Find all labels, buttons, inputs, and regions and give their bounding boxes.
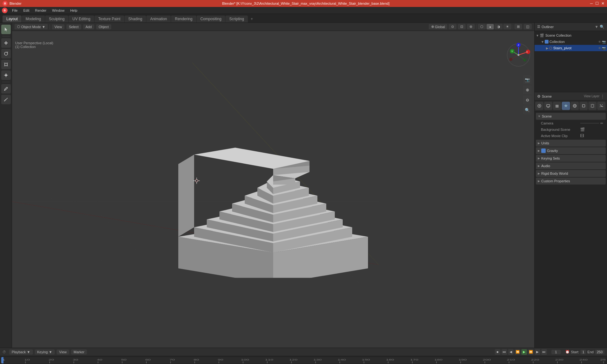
object-visibility[interactable]: 👁 [598,46,601,50]
tool-measure[interactable] [1,95,11,104]
props-tabs [535,100,607,112]
props-tab-modifier[interactable] [588,102,597,110]
maximize-button[interactable]: ☐ [595,1,599,6]
timeline-keying-menu[interactable]: Keying ▼ [35,349,55,355]
viewport-search[interactable]: 🔍 [523,106,532,114]
overlay-toggle[interactable]: ⊞ [514,24,522,29]
tree-stairs-pivot[interactable]: ▶ ⬡ Stairs_pivot 👁 📷 [535,45,607,51]
camera-pick-btn[interactable]: ✏ [600,121,603,125]
tab-sculpting[interactable]: Sculpting [45,15,68,22]
timeline-view-menu[interactable]: View [57,349,69,355]
jump-to-start-button[interactable]: ⏮ [501,349,507,355]
tool-rotate[interactable] [1,49,11,58]
stop-button[interactable]: ■ [495,349,500,355]
tab-rendering[interactable]: Rendering [171,15,196,22]
start-frame-input[interactable]: 1 [580,350,586,354]
collection-visibility[interactable]: 👁 [598,40,601,44]
gravity-section-header[interactable]: ▶ Gravity [536,147,606,154]
tree-scene-collection[interactable]: ▼ 🎬 Scene Collection [535,32,607,39]
minimize-button[interactable]: ─ [590,1,593,6]
menu-window[interactable]: Window [50,8,67,13]
scene-section-header[interactable]: ▼ Scene [536,113,606,120]
current-frame[interactable]: 1 [551,350,561,354]
svg-marker-59 [194,148,310,169]
viewport-canvas[interactable]: User Perspective (Local) (1) Collection [12,31,534,348]
menu-help[interactable]: Help [68,8,80,13]
camera-view-button[interactable]: 📷 [523,75,532,84]
rendered-mode[interactable]: ☀ [503,24,512,29]
viewport-mode-selector[interactable]: ⬡ Object Mode ▼ [15,24,48,29]
keying-sets-section: ▶ Keying Sets [536,155,606,162]
material-preview[interactable]: ◑ [494,24,503,29]
rigid-body-arrow: ▶ [538,172,540,175]
tree-collection[interactable]: ▼ Collection 👁 📷 [535,39,607,45]
next-frame-button[interactable]: ▶ [535,349,540,355]
tab-layout[interactable]: Layout [3,15,21,22]
prev-frame-button[interactable]: ◀ [508,349,514,355]
keying-sets-header[interactable]: ▶ Keying Sets [536,155,606,162]
props-tab-scene[interactable] [562,102,570,110]
background-scene-icon[interactable]: 🎬 [580,127,585,132]
viewport-add-menu[interactable]: Add [83,24,95,29]
timeline-playback-menu[interactable]: Playback ▼ [9,349,33,355]
viewport-zoom-in[interactable]: ⊕ [523,85,532,94]
transform-pivot[interactable]: ⊙ [449,24,457,29]
movie-clip-icon[interactable]: 🎞 [580,134,584,138]
timeline-marker-menu[interactable]: Marker [71,349,87,355]
timeline-ruler[interactable]: 1 10 20 30 40 50 60 70 80 90 1 [1,357,606,363]
wireframe-mode[interactable]: ⬡ [478,24,486,29]
outliner-search-btn[interactable]: 🔍 [600,25,604,29]
props-tab-render[interactable] [535,102,543,110]
tool-annotate[interactable] [1,84,11,94]
tool-transform[interactable] [1,70,11,80]
tool-scale[interactable] [1,60,11,69]
object-render[interactable]: 📷 [602,46,606,50]
snap-toggle[interactable]: ⊡ [458,24,466,29]
global-orientation[interactable]: ⊕ Global [429,24,448,29]
add-workspace-button[interactable]: + [248,15,255,22]
tool-move[interactable] [1,38,11,48]
gravity-checkbox[interactable] [541,149,546,153]
tab-modeling[interactable]: Modeling [22,15,45,22]
props-options[interactable]: ⋮ [601,94,604,99]
tab-shading[interactable]: Shading [125,15,146,22]
audio-section-header[interactable]: ▶ Audio [536,162,606,169]
solid-mode[interactable]: ● [487,24,494,29]
jump-to-end-button[interactable]: ⏭ [541,349,547,355]
menu-file[interactable]: File [9,8,20,13]
viewport-zoom-out[interactable]: ⊖ [523,95,532,104]
tab-texture-paint[interactable]: Texture Paint [95,15,124,22]
viewport-select-menu[interactable]: Select [66,24,81,29]
menu-edit[interactable]: Edit [21,8,32,13]
tab-uv-editing[interactable]: UV Editing [69,15,94,22]
rigid-body-section-header[interactable]: ▶ Rigid Body World [536,170,606,177]
viewport-view-menu[interactable]: View [52,24,64,29]
proportional-edit[interactable]: ⊚ [467,24,475,29]
tab-scripting[interactable]: Scripting [225,15,248,22]
xray-toggle[interactable]: ◫ [524,24,532,29]
menu-render[interactable]: Render [33,8,49,13]
units-section-header[interactable]: ▶ Units [536,140,606,147]
tab-animation[interactable]: Animation [146,15,171,22]
props-tab-particles[interactable] [597,102,605,110]
camera-value[interactable] [580,123,599,124]
prev-keyframe-button[interactable]: ⏪ [515,349,520,355]
viewport-3d[interactable]: ⬡ Object Mode ▼ View Select Add Object ⊕… [12,23,534,348]
collection-render[interactable]: 📷 [602,40,606,44]
outliner-filter-btn[interactable]: ▼ [595,25,598,29]
props-tab-output[interactable] [544,102,552,110]
props-view-layer: View Layer [584,94,599,98]
viewport-object-menu[interactable]: Object [96,24,111,29]
custom-props-section-header[interactable]: ▶ Custom Properties [536,178,606,185]
close-button[interactable]: ✕ [601,1,604,6]
props-tab-viewlayer[interactable] [553,102,561,110]
next-keyframe-button[interactable]: ⏩ [528,349,534,355]
marker-label: Marker [74,350,84,354]
tab-compositing[interactable]: Compositing [197,15,225,22]
props-tab-object[interactable] [579,102,588,110]
tool-cursor[interactable] [1,25,11,34]
end-frame-input[interactable]: 250 [595,350,604,354]
props-tab-world[interactable] [571,102,579,110]
play-button[interactable]: ▶ [521,349,527,355]
navigation-gizmo[interactable]: X Y Z [506,42,531,68]
